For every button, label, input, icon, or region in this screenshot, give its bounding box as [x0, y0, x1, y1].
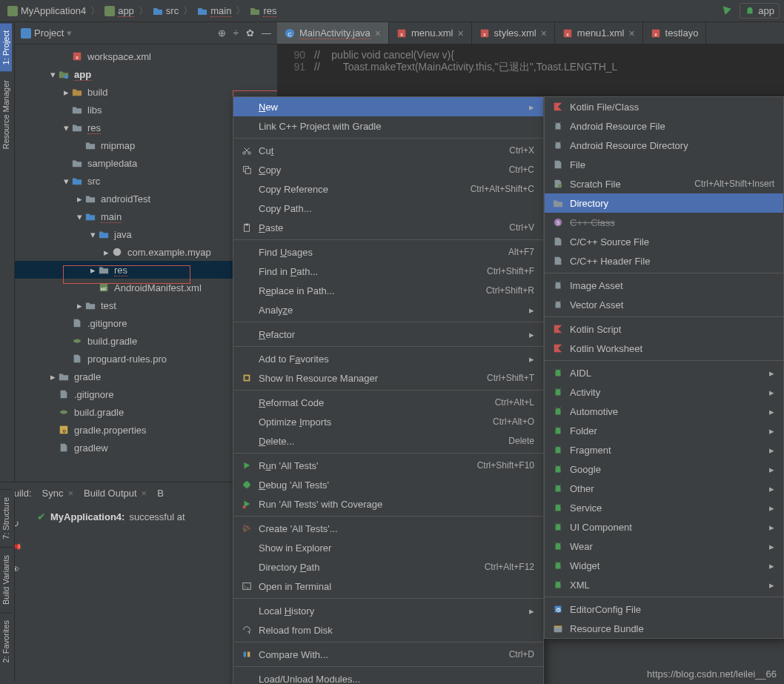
menu-create--all-tests----[interactable]: Create 'All Tests'... [233, 519, 543, 538]
svg-line-57 [560, 504, 561, 505]
menu-delete---[interactable]: Delete...Delete [233, 431, 543, 451]
menu-resource-bundle[interactable]: Resource Bundle [545, 619, 783, 638]
menu-service[interactable]: Service▸ [545, 498, 783, 517]
menu-compare-with---[interactable]: Compare With...Ctrl+D [233, 645, 543, 664]
menu-kotlin-script[interactable]: Kotlin Script [545, 319, 783, 339]
menu-optimize-imports[interactable]: Optimize ImportsCtrl+Alt+O [233, 412, 543, 431]
menu-directory[interactable]: Directory [545, 193, 783, 213]
tree-node-workspace-xml[interactable]: xworkspace.xml [15, 47, 277, 65]
menu-link-c---project-with-gradle[interactable]: Link C++ Project with Gradle [233, 116, 543, 136]
menu-c-c---header-file[interactable]: C/C++ Header File [545, 251, 783, 270]
hide-icon[interactable]: — [262, 27, 271, 39]
menu-cut[interactable]: CutCtrl+X [233, 141, 543, 160]
side-tab-structure[interactable]: 7: Structure [0, 489, 12, 547]
svg-line-54 [556, 485, 557, 486]
project-selector[interactable]: Project ▾ [21, 27, 72, 39]
settings-icon[interactable]: ✿ [246, 27, 254, 39]
side-tab-favorites[interactable]: 2: Favorites [0, 612, 12, 670]
side-tab-build-variants[interactable]: Build Variants [0, 547, 12, 612]
menu-kotlin-worksheet[interactable]: Kotlin Worksheet [545, 339, 783, 358]
menu-editorconfig-file[interactable]: ⚙EditorConfig File [545, 600, 783, 619]
bc-app[interactable]: app [102, 4, 137, 19]
menu-run--all-tests-[interactable]: Run 'All Tests'Ctrl+Shift+F10 [233, 456, 543, 475]
close-icon[interactable]: × [541, 27, 547, 39]
menu-c-c---source-file[interactable]: C/C++ Source File [545, 232, 783, 251]
menu-xml[interactable]: XML▸ [545, 575, 783, 594]
bc-main[interactable]: main [194, 4, 234, 19]
menu-copy-reference[interactable]: Copy ReferenceCtrl+Alt+Shift+C [233, 179, 543, 199]
menu-reformat-code[interactable]: Reformat CodeCtrl+Alt+L [233, 393, 543, 412]
build-status-icon[interactable] [722, 4, 734, 18]
svg-line-56 [556, 504, 557, 505]
tab-menu-xml[interactable]: xmenu.xml× [389, 22, 472, 44]
menu-aidl[interactable]: AIDL▸ [545, 363, 783, 382]
menu-refactor[interactable]: Refactor▸ [233, 325, 543, 344]
menu-folder[interactable]: Folder▸ [545, 421, 783, 440]
tab-mainactivity-java[interactable]: CMainActivity.java× [277, 22, 389, 44]
bc-project[interactable]: MyApplication4 [4, 4, 89, 18]
menu-find-usages[interactable]: Find UsagesAlt+F7 [233, 242, 543, 262]
menu-show-in-explorer[interactable]: Show in Explorer [233, 538, 543, 557]
bc-res[interactable]: res [247, 4, 279, 19]
menu-other[interactable]: Other▸ [545, 479, 783, 498]
close-icon[interactable]: × [375, 27, 381, 39]
tab-styles-xml[interactable]: xstyles.xml× [472, 22, 555, 44]
svg-line-59 [560, 523, 561, 525]
close-icon[interactable]: × [457, 27, 463, 39]
panel-header: Project ▾ ⊕ ÷ ✿ — [15, 22, 277, 44]
svg-line-38 [556, 282, 557, 283]
tab-testlayo[interactable]: xtestlayo [643, 22, 707, 44]
side-tab-project[interactable]: 1: Project [0, 22, 12, 72]
close-icon[interactable]: × [628, 27, 634, 39]
menu-reload-from-disk[interactable]: Reload from Disk [233, 620, 543, 640]
menu-replace-in-path---[interactable]: Replace in Path...Ctrl+Shift+R [233, 281, 543, 300]
build-tab-output[interactable]: Build Output× [84, 488, 147, 499]
svg-text:MF: MF [101, 286, 107, 291]
menu-show-in-resource-manager[interactable]: Show In Resource ManagerCtrl+Shift+T [233, 368, 543, 388]
menu-load-unload-modules---[interactable]: Load/Unload Modules... [233, 669, 543, 684]
menu-c---class[interactable]: SC++ Class [545, 213, 783, 232]
menu-paste[interactable]: PasteCtrl+V [233, 218, 543, 237]
run-config[interactable]: app [740, 3, 780, 19]
svg-line-55 [560, 485, 561, 486]
menu-copy-path---[interactable]: Copy Path... [233, 199, 543, 218]
menu-ui-component[interactable]: UI Component▸ [545, 517, 783, 537]
svg-line-45 [560, 388, 561, 390]
bc-src[interactable]: src [150, 4, 182, 18]
build-tab-b[interactable]: B [157, 488, 164, 499]
menu-analyze[interactable]: Analyze▸ [233, 300, 543, 319]
menu-widget[interactable]: Widget▸ [545, 556, 783, 575]
build-tab-sync[interactable]: Sync× [42, 488, 74, 499]
svg-line-64 [556, 581, 557, 582]
build-success-line[interactable]: ✔ MyApplication4: successful at [37, 511, 185, 522]
svg-rect-69 [554, 627, 562, 632]
menu-directory-path[interactable]: Directory PathCtrl+Alt+F12 [233, 557, 543, 577]
menu-scratch-file[interactable]: Scratch FileCtrl+Alt+Shift+Insert [545, 174, 783, 193]
menu-run--all-tests--with-coverage[interactable]: Run 'All Tests' with Coverage [233, 494, 543, 514]
menu-add-to-favorites[interactable]: Add to Favorites▸ [233, 349, 543, 368]
menu-open-in-terminal[interactable]: Open in Terminal [233, 577, 543, 596]
menu-copy[interactable]: CopyCtrl+C [233, 160, 543, 179]
menu-android-resource-directory[interactable]: Android Resource Directory [545, 136, 783, 155]
menu-google[interactable]: Google▸ [545, 459, 783, 479]
locate-icon[interactable]: ⊕ [218, 27, 226, 39]
menu-wear[interactable]: Wear▸ [545, 537, 783, 556]
code-editor[interactable]: 90// public void cancel(View v){91// Toa… [277, 44, 784, 79]
menu-automotive[interactable]: Automotive▸ [545, 402, 783, 421]
menu-android-resource-file[interactable]: Android Resource File [545, 116, 783, 136]
menu-kotlin-file-class[interactable]: Kotlin File/Class [545, 97, 783, 116]
collapse-icon[interactable]: ÷ [233, 27, 239, 39]
menu-activity[interactable]: Activity▸ [545, 382, 783, 402]
menu-local-history[interactable]: Local History▸ [233, 601, 543, 620]
side-tab-resource-manager[interactable]: Resource Manager [0, 72, 12, 157]
menu-debug--all-tests-[interactable]: Debug 'All Tests' [233, 475, 543, 494]
menu-file[interactable]: File [545, 155, 783, 174]
menu-find-in-path---[interactable]: Find in Path...Ctrl+Shift+F [233, 262, 543, 281]
tree-node-app[interactable]: app [15, 65, 277, 83]
svg-rect-26 [245, 224, 248, 226]
menu-new[interactable]: New▸ [233, 97, 543, 116]
menu-image-asset[interactable]: Image Asset [545, 276, 783, 295]
menu-fragment[interactable]: Fragment▸ [545, 440, 783, 459]
tab-menu1-xml[interactable]: xmenu1.xml× [555, 22, 643, 44]
menu-vector-asset[interactable]: Vector Asset [545, 295, 783, 314]
